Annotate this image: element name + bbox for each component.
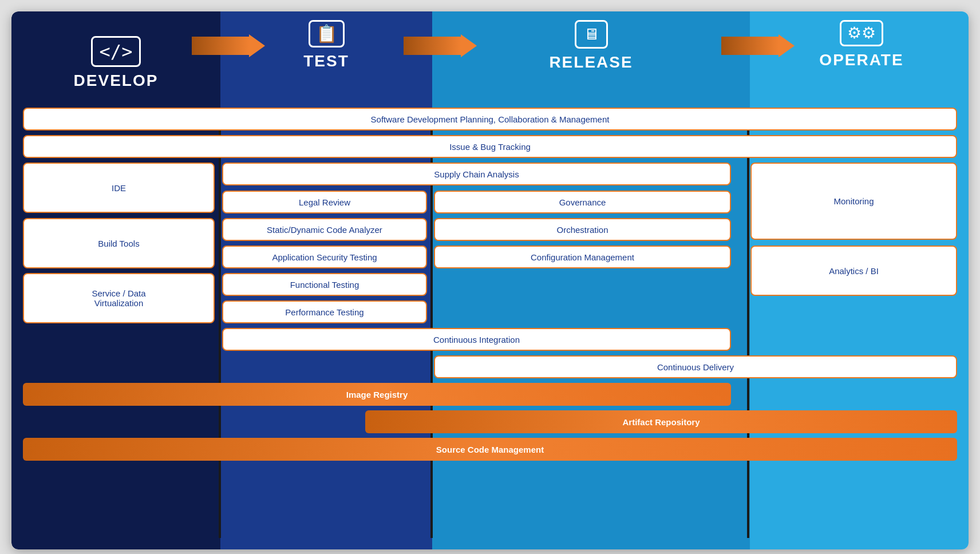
app-security-box: Application Security Testing — [222, 246, 427, 268]
source-code-bar: Source Code Management — [23, 438, 957, 461]
divider-develop-test — [219, 108, 221, 538]
operate-header-area: ⚙⚙ OPERATE — [750, 11, 969, 106]
test-icon: 📋 — [309, 20, 345, 48]
legal-review-box: Legal Review — [222, 191, 427, 213]
orchestration-box: Orchestration — [434, 218, 731, 241]
header-row: </> DEVELOP 📋 TEST 🖥 RELEASE — [11, 11, 969, 106]
divider-release-operate — [747, 108, 749, 538]
performance-testing-box: Performance Testing — [222, 300, 427, 323]
image-registry-bar: Image Registry — [23, 383, 731, 406]
monitoring-box: Monitoring — [750, 163, 957, 240]
ci-bar: Continuous Integration — [222, 328, 731, 351]
test-title: TEST — [303, 52, 349, 70]
test-header-area: 📋 TEST — [220, 11, 432, 106]
functional-testing-box: Functional Testing — [222, 273, 427, 296]
sca-bar: Supply Chain Analysis — [222, 163, 731, 185]
config-mgmt-box: Configuration Management — [434, 246, 731, 268]
cd-bar: Continuous Delivery — [434, 355, 957, 378]
release-title: RELEASE — [549, 53, 633, 72]
artifact-repo-bar: Artifact Repository — [365, 410, 957, 433]
release-header: 🖥 RELEASE — [432, 11, 750, 72]
operate-title: OPERATE — [819, 51, 903, 69]
develop-title: DEVELOP — [74, 72, 159, 90]
ibt-bar: Issue & Bug Tracking — [23, 135, 957, 158]
develop-icon: </> — [91, 36, 141, 67]
develop-header: </> DEVELOP — [11, 11, 220, 106]
arrow-develop-test — [192, 34, 265, 57]
service-virt-box: Service / Data Virtualization — [23, 273, 215, 323]
arrow-test-release — [404, 34, 477, 57]
arrow-release-operate — [721, 34, 795, 57]
main-diagram: </> DEVELOP 📋 TEST 🖥 RELEASE — [11, 11, 969, 549]
analytics-box: Analytics / BI — [750, 246, 957, 296]
content-area: Software Development Planning, Collabora… — [23, 108, 957, 538]
sdp-bar: Software Development Planning, Collabora… — [23, 108, 957, 130]
release-icon: 🖥 — [575, 20, 608, 49]
static-dynamic-box: Static/Dynamic Code Analyzer — [222, 218, 427, 241]
release-header-area: 🖥 RELEASE — [432, 11, 750, 106]
operate-icon: ⚙⚙ — [840, 20, 883, 46]
build-tools-box: Build Tools — [23, 218, 215, 268]
governance-box: Governance — [434, 191, 731, 213]
ide-box: IDE — [23, 163, 215, 213]
